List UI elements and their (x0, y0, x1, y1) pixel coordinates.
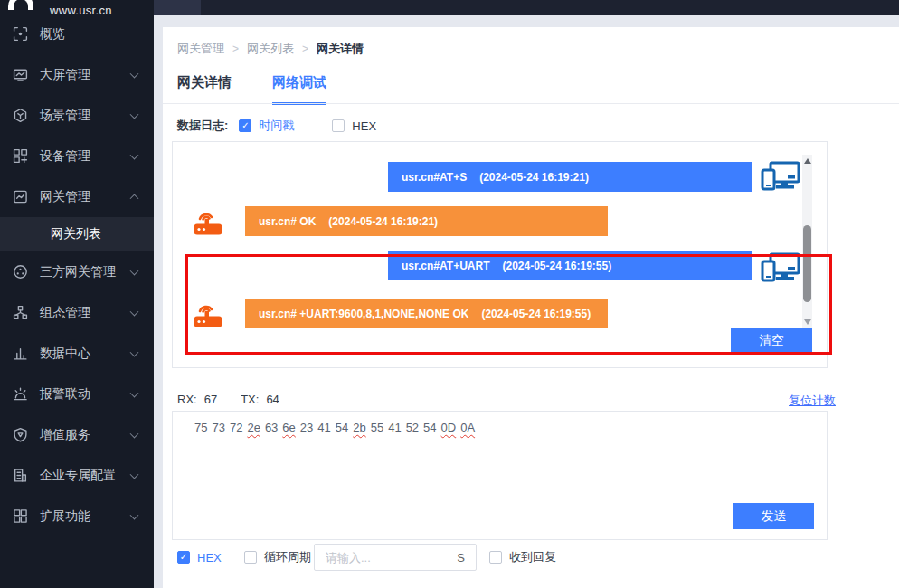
hex-byte: 41 (317, 421, 330, 434)
sent-message-bubble: usr.cn#AT+S (2024-05-24 16:19:21) (388, 162, 752, 192)
device-mgmt-icon (13, 148, 28, 164)
scroll-up-arrow-icon[interactable] (804, 158, 811, 164)
counters-row: RX: 67 TX: 64 (177, 393, 303, 406)
scroll-down-arrow-icon[interactable] (804, 319, 811, 325)
clear-button[interactable]: 清空 (731, 328, 812, 354)
hex-byte: 0D (441, 421, 457, 434)
extensions-icon (13, 508, 28, 524)
sidebar-item-label: 三方网关管理 (40, 264, 116, 280)
page-card: 网关管理 > 网关列表 > 网关详情 网关详情 网络调试 数据日志: 时间戳 H… (163, 27, 899, 588)
third-party-gateway-icon (13, 264, 28, 280)
tab-network-debug[interactable]: 网络调试 (272, 74, 326, 95)
sidebar-item-alarm-linkage[interactable]: 报警联动 (0, 374, 154, 414)
cycle-unit-label: S (457, 551, 465, 564)
message-text: usr.cn# OK (259, 215, 316, 228)
big-screen-icon (13, 67, 28, 82)
scene-icon (13, 108, 28, 123)
breadcrumb-gateway-list[interactable]: 网关列表 (247, 41, 294, 57)
hex-input-area[interactable]: 7573722e636e2341542b554152540D0A 发送 (172, 411, 828, 540)
scrollbar-thumb[interactable] (803, 225, 811, 302)
chevron-up-icon (130, 194, 139, 203)
sidebar-item-screen-mgmt[interactable]: 大屏管理 (0, 54, 154, 95)
send-button[interactable]: 发送 (733, 503, 814, 529)
message-timestamp: (2024-05-24 16:19:21) (328, 215, 438, 228)
sidebar-item-config-mgmt[interactable]: 组态管理 (0, 292, 154, 333)
sidebar-item-enterprise-config[interactable]: 企业专属配置 (0, 455, 154, 496)
configuration-icon (13, 305, 28, 320)
timestamp-checkbox[interactable] (239, 119, 251, 132)
sidebar-item-label: 组态管理 (40, 305, 90, 321)
overview-icon (13, 26, 28, 42)
send-options-row: HEX 循环周期 S 收到回复 (163, 544, 899, 571)
sidebar-item-label: 网关列表 (51, 226, 101, 242)
message-text: usr.cn#AT+S (402, 171, 467, 184)
reply-label[interactable]: 收到回复 (509, 549, 556, 565)
hex-byte: 2e (247, 421, 260, 434)
chevron-down-icon (130, 109, 139, 119)
tx-label: TX: (241, 393, 259, 406)
sidebar-item-data-center[interactable]: 数据中心 (0, 333, 154, 374)
breadcrumb-gateway-detail: 网关详情 (317, 41, 364, 57)
message-timestamp: (2024-05-24 16:19:55) (481, 308, 591, 320)
hex-send-label[interactable]: HEX (197, 551, 222, 564)
hex-byte: 41 (388, 421, 401, 434)
hex-byte: 54 (423, 421, 436, 434)
breadcrumb-gateway-mgmt[interactable]: 网关管理 (177, 41, 224, 57)
topbar (154, 0, 899, 15)
log-scrollbar[interactable] (802, 155, 812, 328)
sidebar-item-overview[interactable]: 概览 (0, 14, 154, 54)
breadcrumb: 网关管理 > 网关列表 > 网关详情 (177, 41, 364, 57)
received-message-bubble: usr.cn# +UART:9600,8,1,NONE,NONE OK (202… (245, 299, 608, 328)
sidebar-item-extensions[interactable]: 扩展功能 (0, 496, 154, 536)
data-log-options: 数据日志: 时间戳 HEX (177, 118, 376, 134)
hex-byte: 23 (300, 421, 313, 434)
hex-byte: 75 (194, 421, 207, 434)
tx-value: 64 (266, 393, 279, 406)
cycle-label[interactable]: 循环周期 (264, 549, 311, 565)
sidebar-item-label: 数据中心 (40, 346, 90, 362)
message-text: usr.cn# +UART:9600,8,1,NONE,NONE OK (259, 308, 468, 320)
hex-byte: 6e (282, 421, 295, 434)
reply-checkbox[interactable] (489, 551, 502, 564)
cycle-checkbox[interactable] (244, 551, 257, 564)
sidebar-item-label: 场景管理 (40, 108, 90, 124)
chevron-down-icon (130, 347, 139, 356)
message-timestamp: (2024-05-24 16:19:21) (479, 171, 589, 184)
gateway-icon (13, 189, 28, 204)
breadcrumb-separator: > (232, 43, 239, 55)
sidebar-item-device-mgmt[interactable]: 设备管理 (0, 136, 154, 176)
message-text: usr.cn#AT+UART (402, 260, 489, 272)
sidebar-item-value-added-services[interactable]: 增值服务 (0, 414, 154, 455)
alarm-icon (13, 386, 28, 402)
value-added-icon (13, 427, 28, 442)
message-timestamp: (2024-05-24 16:19:55) (502, 260, 611, 272)
hex-byte: 0A (460, 421, 475, 434)
sidebar-item-label: 网关管理 (40, 189, 90, 205)
sidebar-item-scene-mgmt[interactable]: 场景管理 (0, 95, 154, 136)
chevron-down-icon (130, 469, 139, 479)
hex-byte: 54 (336, 421, 348, 434)
chevron-down-icon (130, 388, 139, 397)
hex-log-label[interactable]: HEX (352, 119, 376, 133)
computer-device-icon (761, 161, 800, 194)
hex-byte: 2b (353, 421, 365, 434)
sidebar-item-label: 设备管理 (40, 148, 90, 165)
sidebar-item-gateway-list[interactable]: 网关列表 (0, 217, 154, 251)
cycle-period-input[interactable] (326, 551, 451, 564)
hex-log-checkbox[interactable] (332, 119, 345, 132)
sidebar-menu: 概览 大屏管理 场景管理 设备管理 (0, 14, 154, 536)
hex-value: 7573722e636e2341542b554152540D0A (194, 421, 479, 434)
computer-device-icon (761, 252, 800, 285)
timestamp-label[interactable]: 时间戳 (259, 118, 294, 134)
hex-byte: 63 (265, 421, 278, 434)
hex-byte: 73 (212, 421, 224, 434)
hex-byte: 55 (371, 421, 383, 434)
cycle-period-field: S (314, 544, 477, 571)
tab-bar: 网关详情 网络调试 (177, 74, 367, 95)
sidebar-item-gateway-mgmt[interactable]: 网关管理 (0, 176, 154, 217)
chevron-down-icon (130, 307, 139, 316)
sidebar-item-thirdparty-gateway[interactable]: 三方网关管理 (0, 251, 154, 292)
tab-gateway-detail[interactable]: 网关详情 (177, 74, 232, 95)
reset-count-link[interactable]: 复位计数 (789, 393, 836, 409)
hex-send-checkbox[interactable] (177, 551, 190, 564)
